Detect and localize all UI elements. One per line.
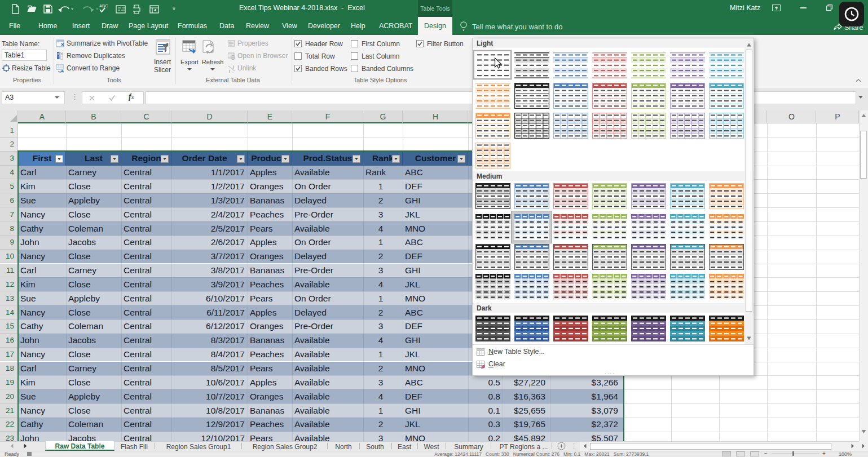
- svg-text:ABC: ABC: [99, 3, 108, 8]
